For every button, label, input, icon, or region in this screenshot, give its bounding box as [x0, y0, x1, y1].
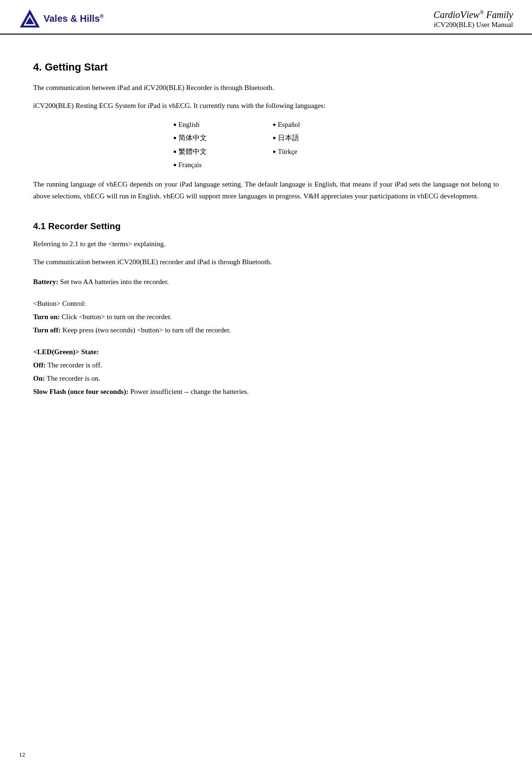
bullet-french [174, 164, 176, 166]
page-footer: 12 [19, 751, 25, 759]
language-item-espanol: Español [273, 121, 358, 129]
battery-text: Set two AA batteries into the recorder. [58, 278, 168, 286]
button-control-label: <Button> Control: [33, 300, 86, 307]
language-item-japanese: 日本語 [273, 134, 358, 143]
section41-para1: Referring to 2.1 to get the <terms> expl… [33, 238, 499, 250]
section41-para2: The communication between iCV200(BLE) re… [33, 256, 499, 268]
language-item-french: Français [174, 161, 259, 169]
logo-icon [19, 9, 41, 28]
section4-para3: The running language of vhECG depends on… [33, 179, 499, 202]
led-label-line: <LED(Green)> State: [33, 346, 499, 357]
section41-heading: 4.1 Recorder Setting [33, 221, 499, 232]
bullet-english [174, 124, 176, 126]
bullet-simplified-chinese [174, 137, 176, 139]
header-right: CardioView® Family iCV200(BLE) User Manu… [434, 9, 513, 29]
main-content: 4. Getting Start The communication betwe… [0, 35, 532, 418]
turn-off-label: Turn off: [33, 326, 61, 334]
page: Vales & Hills® CardioView® Family iCV200… [0, 0, 532, 768]
logo: Vales & Hills® [19, 9, 104, 28]
turn-on-text: Click <button> to turn on the recorder. [60, 313, 172, 321]
header-product-subtitle: iCV200(BLE) User Manual [434, 21, 513, 29]
led-label: <LED(Green)> State: [33, 348, 99, 356]
bullet-turkish [273, 151, 275, 153]
bullet-espanol [273, 124, 275, 126]
led-off-line: Off: The recorder is off. [33, 359, 499, 371]
battery-label: Battery: [33, 278, 58, 286]
slow-flash-line: Slow Flash (once four seconds): Power in… [33, 386, 499, 397]
slow-flash-text: Power insufficient -- change the batteri… [128, 388, 248, 395]
page-number: 12 [19, 751, 25, 758]
off-text: The recorder is off. [46, 361, 102, 369]
off-label: Off: [33, 361, 46, 369]
page-header: Vales & Hills® CardioView® Family iCV200… [0, 0, 532, 35]
language-item-english: English [174, 121, 259, 129]
section4-para1: The communication between iPad and iCV20… [33, 82, 499, 93]
logo-text: Vales & Hills® [44, 13, 104, 24]
on-label: On: [33, 375, 45, 382]
language-item-empty [273, 161, 358, 169]
bullet-japanese [273, 137, 275, 139]
turn-on-label: Turn on: [33, 313, 60, 321]
bullet-traditional-chinese [174, 151, 176, 153]
slow-flash-label: Slow Flash (once four seconds): [33, 388, 128, 395]
languages-grid: English Español 简体中文 日本語 繁體中文 [174, 121, 358, 169]
turn-off-text: Keep press (two seconds) <button> to tur… [61, 326, 231, 334]
language-item-simplified-chinese: 简体中文 [174, 134, 259, 143]
header-product-title: CardioView® Family [434, 9, 513, 21]
section4-para2: iCV200(BLE) Resting ECG System for iPad … [33, 100, 499, 111]
led-on-line: On: The recorder is on. [33, 373, 499, 384]
on-text: The recorder is on. [45, 375, 100, 382]
languages-list: English Español 简体中文 日本語 繁體中文 [33, 121, 499, 169]
language-item-traditional-chinese: 繁體中文 [174, 147, 259, 156]
turn-on-line: Turn on: Click <button> to turn on the r… [33, 311, 499, 322]
battery-line: Battery: Set two AA batteries into the r… [33, 276, 499, 287]
language-item-turkish: Türkçe [273, 147, 358, 156]
section4-heading: 4. Getting Start [33, 61, 499, 73]
button-control-line: <Button> Control: [33, 298, 499, 309]
turn-off-line: Turn off: Keep press (two seconds) <butt… [33, 324, 499, 336]
